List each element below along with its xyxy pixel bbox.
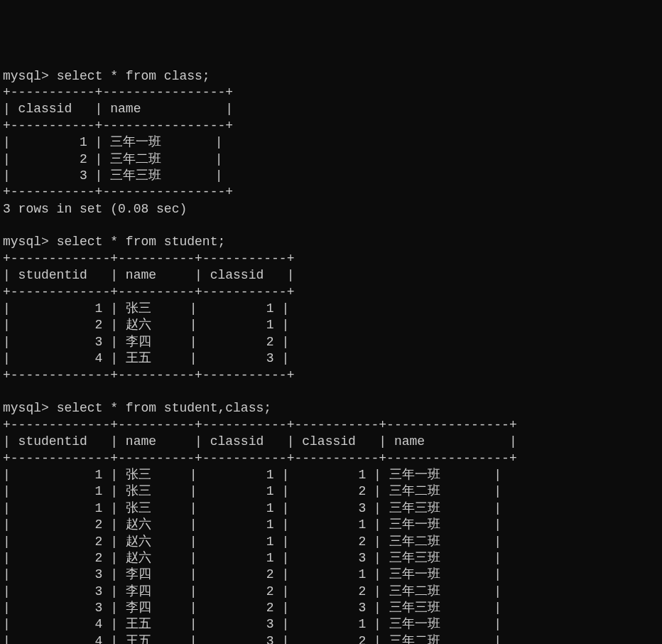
- blank-line: [3, 384, 659, 400]
- table-border: +-------------+----------+-----------+--…: [3, 417, 659, 434]
- table-row: | 3 | 李四 | 2 | 3 | 三年三班 |: [3, 600, 659, 616]
- blank-line: [3, 218, 659, 234]
- table-border: +-------------+----------+-----------+: [3, 367, 659, 384]
- table-row: | 4 | 王五 | 3 |: [3, 350, 659, 367]
- table-row: | 1 | 张三 | 1 | 3 | 三年三班 |: [3, 500, 659, 517]
- sql-prompt-line: mysql> select * from student,class;: [3, 400, 659, 417]
- sql-statement: select * from student,class;: [57, 401, 271, 415]
- table-border: +-----------+----------------+: [3, 85, 659, 101]
- table-row: | 2 | 赵六 | 1 |: [3, 317, 659, 333]
- table-border: +-------------+----------+-----------+: [3, 284, 659, 301]
- table-row: | studentid | name | classid |: [3, 267, 659, 284]
- table-row: | studentid | name | classid | classid |…: [3, 434, 659, 450]
- sql-prompt-line: mysql> select * from class;: [3, 68, 659, 85]
- terminal-output: mysql> select * from class;+-----------+…: [3, 68, 659, 644]
- table-row: | 1 | 三年一班 |: [3, 134, 659, 151]
- table-row: | 2 | 赵六 | 1 | 2 | 三年二班 |: [3, 534, 659, 550]
- mysql-prompt: mysql>: [3, 401, 57, 415]
- mysql-prompt: mysql>: [3, 69, 57, 83]
- sql-statement: select * from student;: [57, 235, 226, 249]
- table-border: +-----------+----------------+: [3, 184, 659, 200]
- table-row: | 1 | 张三 | 1 |: [3, 301, 659, 317]
- result-footer: 3 rows in set (0.08 sec): [3, 201, 659, 218]
- table-row: | 2 | 赵六 | 1 | 1 | 三年一班 |: [3, 517, 659, 533]
- sql-statement: select * from class;: [57, 69, 210, 83]
- table-row: | 4 | 王五 | 3 | 2 | 三年二班 |: [3, 633, 659, 644]
- sql-prompt-line: mysql> select * from student;: [3, 234, 659, 250]
- mysql-prompt: mysql>: [3, 235, 57, 249]
- table-row: | 3 | 李四 | 2 | 2 | 三年二班 |: [3, 584, 659, 600]
- table-row: | classid | name |: [3, 101, 659, 117]
- table-border: +-------------+----------+-----------+: [3, 251, 659, 267]
- table-row: | 1 | 张三 | 1 | 2 | 三年二班 |: [3, 483, 659, 500]
- table-row: | 4 | 王五 | 3 | 1 | 三年一班 |: [3, 616, 659, 633]
- table-row: | 2 | 赵六 | 1 | 3 | 三年三班 |: [3, 550, 659, 567]
- table-row: | 3 | 三年三班 |: [3, 168, 659, 184]
- table-border: +-------------+----------+-----------+--…: [3, 451, 659, 467]
- table-border: +-----------+----------------+: [3, 118, 659, 134]
- table-row: | 1 | 张三 | 1 | 1 | 三年一班 |: [3, 467, 659, 483]
- table-row: | 3 | 李四 | 2 |: [3, 334, 659, 350]
- table-row: | 2 | 三年二班 |: [3, 151, 659, 168]
- table-row: | 3 | 李四 | 2 | 1 | 三年一班 |: [3, 567, 659, 583]
